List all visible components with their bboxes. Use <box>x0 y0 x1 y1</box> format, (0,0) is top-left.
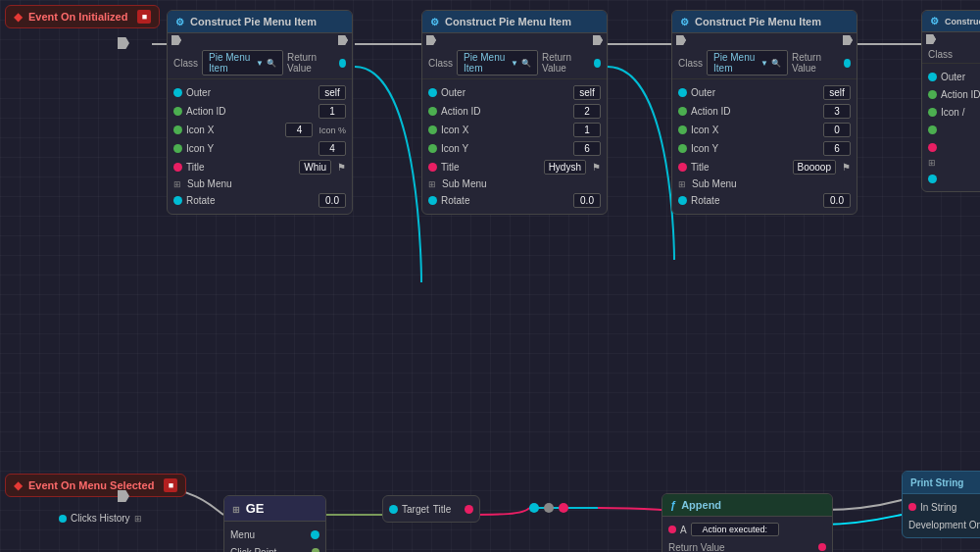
construct-node-2[interactable]: ⚙ Construct Pie Menu Item Class Pie Menu… <box>421 10 608 215</box>
construct-node-2-body: Outer self Action ID 2 Icon X 1 Icon Y 6… <box>422 79 607 214</box>
event-menu-selected-node[interactable]: ◆ Event On Menu Selected ■ <box>5 474 186 497</box>
class-row-3: Class Pie Menu Item ▼ 🔍 Return Value <box>672 47 857 79</box>
icon-y-row-4 <box>922 121 980 138</box>
function-icon: ƒ <box>670 499 676 511</box>
icon-y-label-1: Icon Y <box>186 143 315 154</box>
construct-node-2-header: ⚙ Construct Pie Menu Item <box>422 11 607 33</box>
outer-label-2: Outer <box>441 87 569 98</box>
rotate-pin-1 <box>173 196 182 205</box>
construct-node-4-exec <box>922 32 980 46</box>
icon-y-row-1: Icon Y 4 <box>168 139 352 158</box>
rotate-label-3: Rotate <box>691 195 819 206</box>
sub-menu-row-3: ⊞ Sub Menu <box>672 176 857 191</box>
icon-x-pin-4 <box>928 108 937 117</box>
target-row: Target Title <box>383 500 479 518</box>
construct-node-4-title: Construct <box>945 17 980 26</box>
class-row-4: Class <box>922 46 980 64</box>
outer-value-3: self <box>823 85 851 100</box>
construct-node-4[interactable]: ⚙ Construct Class Outer Action ID Icon / <box>921 10 980 192</box>
search-icon-small: 🔍 <box>267 59 276 68</box>
append-return-row: Return Value <box>662 538 832 552</box>
append-node[interactable]: ƒ Append A Action executed: Return Value… <box>662 493 833 552</box>
outer-row-4: Outer <box>922 68 980 85</box>
title-label-1: Title <box>186 162 295 173</box>
action-id-label-1: Action ID <box>186 106 315 117</box>
exec-in-2 <box>426 35 436 45</box>
action-id-label-2: Action ID <box>441 106 569 117</box>
event-icon-2: ◆ <box>14 478 23 492</box>
icon-y-pin-1 <box>173 144 182 153</box>
dev-on-label: Development On <box>908 520 980 530</box>
rotate-row-3: Rotate 0.0 <box>672 191 857 210</box>
icon-y-row-2: Icon Y 6 <box>422 139 607 158</box>
rotate-pin-4 <box>928 175 937 183</box>
menu-pin <box>311 530 319 539</box>
print-string-node[interactable]: Print String In String Development On <box>902 471 980 538</box>
class-row-1: Class Pie Menu Item ▼ 🔍 Return Value <box>168 47 352 79</box>
outer-label-3: Outer <box>691 87 819 98</box>
icon-percent-label: Icon % <box>318 125 346 135</box>
construct-node-3[interactable]: ⚙ Construct Pie Menu Item Class Pie Menu… <box>671 10 858 215</box>
construct-node-1-title: Construct Pie Menu Item <box>190 16 317 27</box>
action-id-pin-2 <box>428 107 437 116</box>
return-pin-2 <box>594 59 601 68</box>
title-value-1: Whiu <box>299 160 331 175</box>
rotate-pin-3 <box>678 196 687 205</box>
construct-icon-2: ⚙ <box>430 17 439 27</box>
title-value-2: Hydysh <box>544 160 586 175</box>
construct-node-4-body: Outer Action ID Icon / ⊞ <box>922 64 980 191</box>
icon-x-pin-1 <box>173 125 182 134</box>
construct-node-2-title: Construct Pie Menu Item <box>445 16 571 27</box>
class-label-4: Class <box>928 49 953 60</box>
exec-in-1 <box>172 35 181 45</box>
construct-node-3-exec <box>672 33 857 47</box>
construct-node-2-exec <box>422 33 607 47</box>
class-label-2: Class <box>428 58 453 69</box>
icon-x-value-2: 1 <box>573 123 601 137</box>
icon-y-pin-2 <box>428 144 437 153</box>
rotate-row-2: Rotate 0.0 <box>422 191 607 210</box>
target-in-pin <box>389 505 398 514</box>
action-id-pin-3 <box>678 107 687 116</box>
append-title: Append <box>681 499 721 511</box>
dot-pin-3 <box>559 503 568 513</box>
class-value-1: Pie Menu Item ▼ 🔍 <box>202 50 283 75</box>
target-title-node[interactable]: Target Title <box>382 495 480 523</box>
blueprint-canvas[interactable]: ◆ Event On Initialized ■ ⚙ Construct Pie… <box>0 0 980 552</box>
icon-y-value-2: 6 <box>573 141 601 156</box>
sub-menu-row-2: ⊞ Sub Menu <box>422 176 607 191</box>
dev-row: Development On <box>903 516 980 533</box>
action-id-row-3: Action ID 3 <box>672 102 857 121</box>
ge-click-row: Click Point <box>224 543 325 552</box>
dot-pin-2 <box>544 503 554 513</box>
action-id-label-4: Action ID <box>941 89 980 100</box>
outer-value-1: self <box>318 85 346 100</box>
icon-y-pin-4 <box>928 125 937 134</box>
icon-x-row-1: Icon X 4 Icon % <box>168 121 352 139</box>
ge-node[interactable]: ⊞ GE Menu Click Point <box>223 495 326 552</box>
icon-y-value-1: 4 <box>318 141 346 156</box>
outer-label-1: Outer <box>186 87 315 98</box>
append-a-value: Action executed: <box>691 523 779 536</box>
rotate-value-3: 0.0 <box>823 193 851 208</box>
title-row-3: Title Boooop ⚑ <box>672 158 857 176</box>
exec-arrow <box>118 37 129 49</box>
outer-pin-2 <box>428 88 437 97</box>
title-pin-2 <box>428 163 437 172</box>
title-row-2: Title Hydysh ⚑ <box>422 158 607 176</box>
outer-pin-4 <box>928 73 937 81</box>
title-label-3: Title <box>691 162 789 173</box>
print-title: Print String <box>910 477 963 488</box>
class-label-1: Class <box>173 58 198 69</box>
event-initialized-node[interactable]: ◆ Event On Initialized ■ <box>5 5 160 28</box>
icon-x-row-2: Icon X 1 <box>422 121 607 139</box>
construct-node-1-body: Outer self Action ID 1 Icon X 4 Icon % I… <box>168 79 352 214</box>
action-id-label-3: Action ID <box>691 106 819 117</box>
append-header: ƒ Append <box>662 494 832 517</box>
action-id-pin-1 <box>173 107 182 116</box>
icon-y-pin-3 <box>678 144 687 153</box>
construct-node-1[interactable]: ⚙ Construct Pie Menu Item Class Pie Menu… <box>167 10 353 215</box>
action-id-value-1: 1 <box>318 104 346 119</box>
exec-in-4 <box>926 34 936 44</box>
clicks-history-row: Clicks History ⊞ <box>59 513 142 524</box>
